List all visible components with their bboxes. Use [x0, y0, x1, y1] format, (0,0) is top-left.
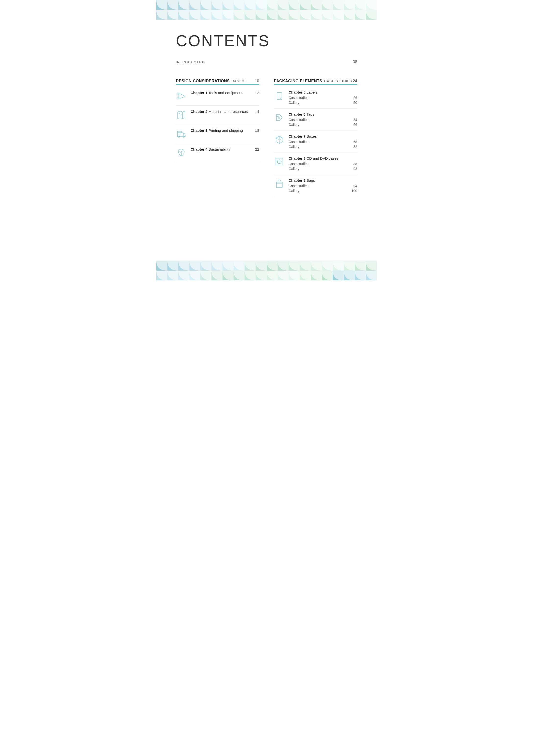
svg-rect-28 [276, 158, 283, 165]
chapter-4-title-row: Chapter 4 Sustainability 22 [191, 147, 259, 151]
main-content: CONTENTS INTRODUCTION 08 DESIGN CONSIDER… [156, 20, 377, 212]
left-column: DESIGN CONSIDERATIONS BASICS 10 [176, 79, 259, 197]
svg-line-27 [279, 138, 283, 140]
chapter-2-info: Chapter 2 Materials and resources 14 [191, 109, 259, 114]
top-pattern-bar: (function() { const bar = document.query… [156, 0, 377, 20]
chapter-3-info: Chapter 3 Printing and shipping 18 [191, 128, 259, 132]
right-section-page: 24 [353, 79, 357, 83]
svg-point-20 [277, 116, 278, 117]
bag-icon [274, 178, 285, 189]
spacer [156, 212, 377, 260]
right-section-title-bold: PACKAGING ELEMENTS [274, 79, 322, 83]
right-column: PACKAGING ELEMENTS CASE STUDIES 24 [274, 79, 357, 197]
two-columns: DESIGN CONSIDERATIONS BASICS 10 [176, 79, 357, 197]
chapter-5-title: Chapter 5 Labels [289, 90, 357, 94]
chapter-2-title-row: Chapter 2 Materials and resources 14 [191, 109, 259, 114]
chapter-9-sub-case: Case studies 94 [289, 183, 357, 188]
chapter-5-sub-case: Case studies 26 [289, 95, 357, 100]
chapter-9-sub-gallery: Gallery 100 [289, 188, 357, 193]
chapter-9-item: Chapter 9 Bags Case studies 94 Gallery 1… [274, 175, 357, 197]
box-icon [274, 134, 285, 145]
printing-icon [176, 128, 187, 139]
left-section-header: DESIGN CONSIDERATIONS BASICS 10 [176, 79, 259, 85]
tag-icon [274, 112, 285, 123]
chapter-3-page: 18 [255, 128, 259, 132]
right-section-title-light: CASE STUDIES [324, 79, 352, 83]
label-icon [274, 90, 285, 101]
chapter-4-title: Chapter 4 Sustainability [191, 147, 230, 151]
intro-label: INTRODUCTION [176, 60, 206, 64]
chapter-1-title: Chapter 1 Tools and equipment [191, 91, 242, 95]
chapter-4-info: Chapter 4 Sustainability 22 [191, 147, 259, 151]
chapter-1-title-row: Chapter 1 Tools and equipment 12 [191, 91, 259, 95]
chapter-7-title: Chapter 7 Boxes [289, 134, 357, 138]
svg-marker-6 [178, 111, 185, 119]
chapter-8-sub-gallery: Gallery 93 [289, 166, 357, 171]
left-section-page: 10 [255, 79, 259, 83]
svg-point-29 [277, 160, 281, 164]
page-title: CONTENTS [176, 32, 357, 50]
chapter-8-info: Chapter 8 CD and DVD cases Case studies … [289, 156, 357, 171]
right-section-title-group: PACKAGING ELEMENTS CASE STUDIES [274, 79, 352, 83]
chapter-9-title: Chapter 9 Bags [289, 178, 357, 182]
svg-point-30 [279, 161, 280, 162]
left-section-title-light: BASICS [232, 79, 246, 83]
svg-line-26 [276, 138, 279, 140]
cd-icon [274, 156, 285, 167]
leaf-icon [176, 147, 187, 158]
chapter-2-title: Chapter 2 Materials and resources [191, 109, 248, 114]
chapter-1-page: 12 [255, 91, 259, 95]
chapter-1-item: Chapter 1 Tools and equipment 12 [176, 87, 259, 106]
chapter-7-info: Chapter 7 Boxes Case studies 68 Gallery … [289, 134, 357, 149]
chapter-2-page: 14 [255, 109, 259, 114]
svg-point-4 [178, 94, 179, 94]
chapter-7-item: Chapter 7 Boxes Case studies 68 Gallery … [274, 131, 357, 153]
chapter-6-info: Chapter 6 Tags Case studies 54 Gallery 6… [289, 112, 357, 127]
left-section-title-bold: DESIGN CONSIDERATIONS [176, 79, 230, 83]
svg-rect-10 [178, 131, 181, 133]
map-icon [176, 109, 187, 120]
chapter-3-title-row: Chapter 3 Printing and shipping 18 [191, 128, 259, 132]
chapter-8-item: Chapter 8 CD and DVD cases Case studies … [274, 153, 357, 175]
chapter-5-item: Chapter 5 Labels Case studies 26 Gallery… [274, 87, 357, 109]
chapter-2-item: Chapter 2 Materials and resources 14 [176, 106, 259, 124]
chapter-6-sub-case: Case studies 54 [289, 117, 357, 122]
chapter-7-sub-case: Case studies 68 [289, 139, 357, 144]
chapter-8-sub-case: Case studies 88 [289, 161, 357, 166]
chapter-5-info: Chapter 5 Labels Case studies 26 Gallery… [289, 90, 357, 105]
chapter-6-item: Chapter 6 Tags Case studies 54 Gallery 6… [274, 109, 357, 131]
chapter-3-title: Chapter 3 Printing and shipping [191, 128, 243, 132]
chapter-6-sub-gallery: Gallery 66 [289, 122, 357, 127]
chapter-3-item: Chapter 3 Printing and shipping 18 [176, 124, 259, 143]
chapter-4-page: 22 [255, 147, 259, 151]
intro-row: INTRODUCTION 08 [176, 60, 357, 69]
svg-line-2 [180, 94, 185, 96]
bottom-pattern-bar [156, 261, 377, 281]
chapter-1-info: Chapter 1 Tools and equipment 12 [191, 91, 259, 95]
chapter-9-info: Chapter 9 Bags Case studies 94 Gallery 1… [289, 178, 357, 193]
scissors-icon [176, 91, 187, 101]
svg-point-5 [178, 97, 179, 98]
chapter-6-title: Chapter 6 Tags [289, 112, 357, 116]
svg-line-3 [180, 96, 185, 98]
chapter-7-sub-gallery: Gallery 82 [289, 144, 357, 149]
intro-page: 08 [353, 60, 357, 64]
chapter-5-sub-gallery: Gallery 50 [289, 100, 357, 105]
left-section-title-group: DESIGN CONSIDERATIONS BASICS [176, 79, 246, 83]
chapter-8-title: Chapter 8 CD and DVD cases [289, 156, 357, 160]
right-section-header: PACKAGING ELEMENTS CASE STUDIES 24 [274, 79, 357, 85]
svg-rect-32 [276, 182, 282, 188]
chapter-4-item: Chapter 4 Sustainability 22 [176, 143, 259, 162]
